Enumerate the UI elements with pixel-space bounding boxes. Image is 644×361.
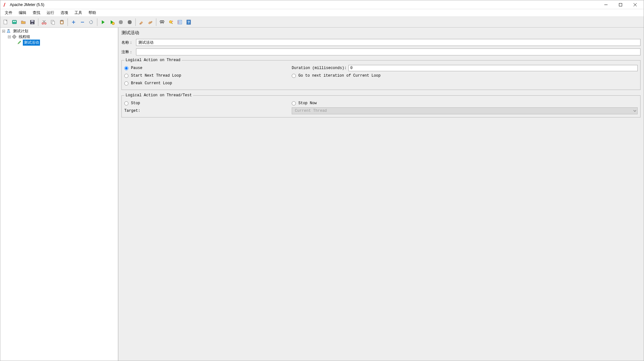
gear-icon xyxy=(12,34,17,39)
radio-start-next-input[interactable] xyxy=(124,74,128,78)
copy-icon[interactable] xyxy=(49,18,57,26)
menu-edit[interactable]: 编辑 xyxy=(16,9,29,16)
svg-text:?: ? xyxy=(188,20,190,24)
comment-label: 注释： xyxy=(121,49,134,55)
new-icon[interactable] xyxy=(2,18,10,26)
toolbar-separator xyxy=(38,18,38,26)
svg-rect-16 xyxy=(52,21,55,24)
tree-label-selected: 测试活动 xyxy=(23,40,40,46)
svg-rect-7 xyxy=(15,21,16,22)
radio-break-input[interactable] xyxy=(124,81,128,86)
tree-node-testaction[interactable]: 测试活动 xyxy=(0,40,118,45)
tree-node-threadgroup[interactable]: 线程组 xyxy=(0,34,118,40)
svg-point-26 xyxy=(162,21,164,22)
duration-label: Duration (milliseconds): xyxy=(292,66,347,70)
name-input[interactable] xyxy=(136,39,641,46)
tree-toggle-icon[interactable] xyxy=(2,29,5,33)
radio-stop-input[interactable] xyxy=(124,101,128,105)
tree-toggle-icon[interactable] xyxy=(7,35,11,39)
start-icon[interactable] xyxy=(99,18,107,26)
svg-line-14 xyxy=(43,20,45,23)
search-icon[interactable] xyxy=(158,18,166,26)
duration-input[interactable] xyxy=(348,65,638,71)
maximize-button[interactable] xyxy=(613,0,628,9)
svg-point-46 xyxy=(14,36,15,37)
name-label: 名称： xyxy=(121,40,134,45)
paste-icon[interactable] xyxy=(58,18,66,26)
svg-line-13 xyxy=(43,20,45,23)
toolbar-separator xyxy=(97,18,97,26)
svg-rect-24 xyxy=(140,23,141,24)
group1-legend: Logical Action on Thread xyxy=(124,58,182,62)
svg-rect-9 xyxy=(31,20,34,22)
target-select: Current Thread xyxy=(292,107,638,114)
pencil-icon xyxy=(17,40,22,45)
comment-row: 注释： xyxy=(121,48,641,55)
svg-point-25 xyxy=(160,21,162,22)
app-icon xyxy=(3,2,8,7)
radio-go-next-input[interactable] xyxy=(292,74,296,78)
tree-label: 线程组 xyxy=(18,34,31,40)
function-helper-icon[interactable] xyxy=(176,18,184,26)
templates-icon[interactable] xyxy=(10,18,19,26)
cut-icon[interactable] xyxy=(40,18,48,26)
editor-panel: 测试活动 名称： 注释： Logical Action on Thread Pa… xyxy=(118,28,644,361)
radio-go-next[interactable]: Go to next iteration of Current Loop xyxy=(292,73,381,78)
window-title: Apache JMeter (5.5) xyxy=(10,3,44,7)
svg-point-37 xyxy=(178,23,179,23)
reset-search-icon[interactable] xyxy=(167,18,175,26)
svg-rect-6 xyxy=(13,21,14,22)
tree-label: 测试计划 xyxy=(12,28,29,34)
svg-point-36 xyxy=(178,22,179,22)
titlebar: Apache JMeter (5.5) xyxy=(0,0,644,9)
svg-point-35 xyxy=(178,21,179,22)
logical-action-thread-group: Logical Action on Thread Pause Duration … xyxy=(121,58,641,90)
svg-rect-42 xyxy=(8,29,10,30)
radio-stop-now-input[interactable] xyxy=(292,101,296,105)
menu-search[interactable]: 查找 xyxy=(29,9,43,16)
close-button[interactable] xyxy=(628,0,642,9)
name-row: 名称： xyxy=(121,39,641,46)
svg-rect-1 xyxy=(619,3,622,6)
clear-all-icon[interactable] xyxy=(146,18,154,26)
menu-help[interactable]: 帮助 xyxy=(85,9,99,16)
stop-icon[interactable] xyxy=(117,18,125,26)
panel-title: 测试活动 xyxy=(121,30,641,36)
collapse-icon[interactable] xyxy=(78,18,87,26)
svg-rect-19 xyxy=(61,22,63,23)
menubar: 文件 编辑 查找 运行 选项 工具 帮助 xyxy=(0,9,644,17)
menu-options[interactable]: 选项 xyxy=(57,9,71,16)
tree-panel[interactable]: 测试计划 线程组 测试活动 xyxy=(0,28,118,361)
radio-pause-input[interactable] xyxy=(124,66,128,70)
app-window: Apache JMeter (5.5) 文件 编辑 查找 运行 选项 工具 帮助 xyxy=(0,0,644,361)
open-icon[interactable] xyxy=(19,18,28,26)
svg-rect-10 xyxy=(31,23,33,24)
radio-stop-now[interactable]: Stop Now xyxy=(292,101,317,105)
beaker-icon xyxy=(6,28,11,34)
expand-icon[interactable] xyxy=(69,18,78,26)
group2-legend: Logical Action on Thread/Test xyxy=(124,93,193,98)
tree-node-testplan[interactable]: 测试计划 xyxy=(0,28,118,34)
toggle-icon[interactable] xyxy=(87,18,95,26)
menu-file[interactable]: 文件 xyxy=(2,9,16,16)
minimize-button[interactable] xyxy=(599,0,613,9)
radio-pause[interactable]: Pause xyxy=(124,66,142,70)
logical-action-thread-test-group: Logical Action on Thread/Test Stop Stop … xyxy=(121,93,641,117)
menu-tools[interactable]: 工具 xyxy=(71,9,85,16)
shutdown-icon[interactable] xyxy=(126,18,134,26)
radio-stop[interactable]: Stop xyxy=(124,101,140,105)
content-area: 测试计划 线程组 测试活动 测试活动 名称： xyxy=(0,28,644,361)
comment-input[interactable] xyxy=(136,48,641,55)
start-no-timers-icon[interactable] xyxy=(108,18,116,26)
radio-break[interactable]: Break Current Loop xyxy=(124,81,172,86)
target-label: Target: xyxy=(124,109,292,113)
svg-point-23 xyxy=(112,22,114,25)
save-icon[interactable] xyxy=(28,18,36,26)
menu-run[interactable]: 运行 xyxy=(43,9,57,16)
svg-rect-18 xyxy=(61,20,63,21)
help-icon[interactable]: ? xyxy=(185,18,193,26)
toolbar: ? xyxy=(0,17,644,28)
clear-icon[interactable] xyxy=(137,18,146,26)
toolbar-separator xyxy=(135,18,136,26)
radio-start-next[interactable]: Start Next Thread Loop xyxy=(124,73,181,78)
